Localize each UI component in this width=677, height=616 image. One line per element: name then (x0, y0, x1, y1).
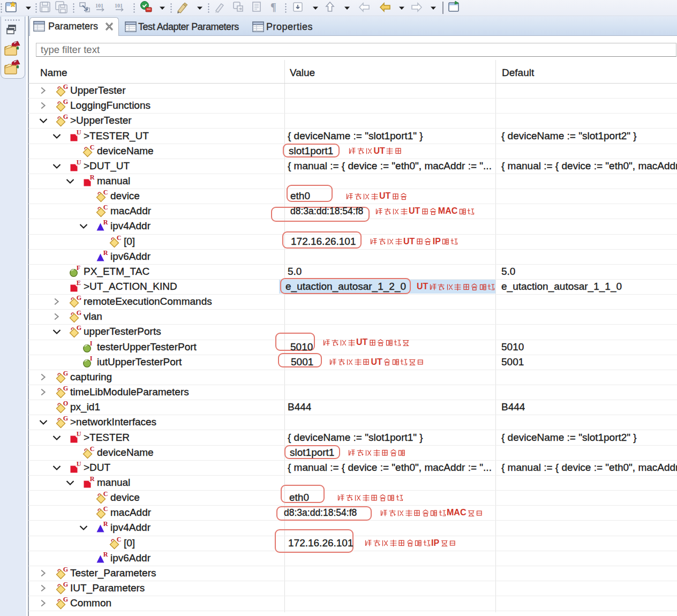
svg-text:C: C (103, 491, 108, 498)
svg-text:101: 101 (115, 3, 123, 9)
svg-text:I: I (90, 355, 93, 362)
svg-text:G: G (63, 370, 69, 377)
svg-text:U: U (77, 461, 81, 468)
svg-text:R: R (103, 521, 108, 528)
svg-text:C: C (117, 536, 122, 543)
svg-text:U: U (77, 431, 81, 438)
svg-text:G: G (63, 566, 69, 573)
svg-text:I: I (90, 340, 93, 347)
svg-text:G: G (63, 415, 69, 422)
svg-text:G: G (77, 295, 82, 302)
svg-text:G: G (77, 325, 82, 332)
svg-text:R: R (103, 551, 108, 558)
svg-text:G: G (63, 99, 69, 106)
svg-text:F: F (77, 265, 80, 272)
svg-text:C: C (103, 506, 108, 513)
svg-text:G: G (63, 114, 69, 121)
svg-text:G: G (77, 310, 82, 317)
svg-text:C: C (117, 235, 122, 242)
svg-text:U: U (77, 129, 81, 136)
svg-text:U: U (77, 159, 81, 166)
svg-text:R: R (103, 219, 108, 226)
svg-text:G: G (63, 581, 69, 588)
svg-text:C: C (103, 189, 108, 196)
svg-text:C: C (90, 144, 95, 151)
svg-text:C: C (90, 446, 95, 453)
svg-text:C: C (103, 204, 108, 211)
svg-text:G: G (63, 385, 69, 392)
svg-text:E: E (77, 280, 81, 287)
svg-text:R: R (103, 250, 108, 257)
svg-text:R: R (90, 476, 95, 483)
svg-text:G: G (63, 596, 69, 603)
svg-text:G: G (63, 84, 69, 91)
svg-text:R: R (90, 174, 95, 181)
svg-text:O: O (63, 400, 68, 407)
svg-text:¶: ¶ (270, 1, 276, 13)
svg-text:101: 101 (95, 3, 103, 9)
